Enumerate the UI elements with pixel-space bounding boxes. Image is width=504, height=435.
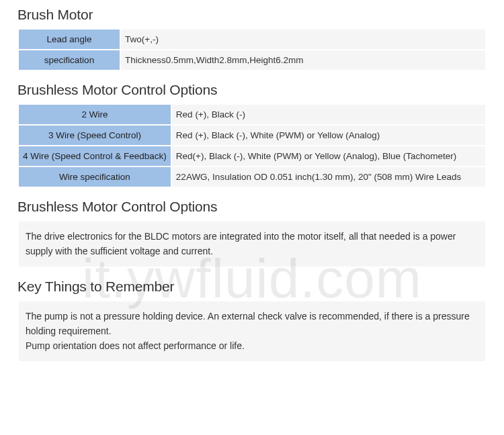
key-things-paragraph: Pump orientation does not affect perform…: [26, 339, 478, 354]
key-things-text-block: The pump is not a pressure holding devic…: [17, 300, 487, 362]
options2-paragraph: The drive electronics for the BLDC motor…: [26, 230, 478, 258]
row-label: 2 Wire: [18, 104, 171, 125]
brush-motor-table: Lead angle Two(+,-) specification Thickn…: [17, 28, 487, 71]
table-row: Lead angle Two(+,-): [18, 29, 486, 50]
table-row: 3 Wire (Speed Control) Red (+), Black (-…: [18, 125, 486, 146]
key-things-paragraph: The pump is not a pressure holding devic…: [26, 309, 478, 338]
key-things-heading: Key Things to Remember: [17, 279, 487, 295]
row-label: 3 Wire (Speed Control): [18, 125, 171, 146]
row-value: Thickness0.5mm,Width2.8mm,Height6.2mm: [120, 50, 486, 70]
row-value: Red (+), Black (-), White (PWM) or Yello…: [171, 125, 486, 146]
brush-motor-heading: Brush Motor: [17, 7, 487, 23]
table-row: specification Thickness0.5mm,Width2.8mm,…: [18, 50, 486, 70]
brushless-options-heading: Brushless Motor Control Options: [17, 82, 487, 98]
brushless-options-table: 2 Wire Red (+), Black (-) 3 Wire (Speed …: [17, 103, 487, 188]
options2-text-block: The drive electronics for the BLDC motor…: [17, 220, 487, 268]
row-label: 4 Wire (Speed Control & Feedback): [18, 146, 171, 166]
row-value: 22AWG, Insulation OD 0.051 inch(1.30 mm)…: [171, 166, 486, 187]
row-label: Lead angle: [18, 29, 120, 50]
row-value: Two(+,-): [120, 29, 486, 50]
table-row: Wire specification 22AWG, Insulation OD …: [18, 166, 486, 187]
row-value: Red (+), Black (-): [171, 104, 486, 125]
row-label: specification: [18, 50, 120, 70]
table-row: 2 Wire Red (+), Black (-): [18, 104, 486, 125]
row-label: Wire specification: [18, 166, 171, 187]
brushless-options2-heading: Brushless Motor Control Options: [17, 199, 487, 215]
row-value: Red(+), Black (-), White (PWM) or Yellow…: [171, 146, 486, 166]
table-row: 4 Wire (Speed Control & Feedback) Red(+)…: [18, 146, 486, 166]
